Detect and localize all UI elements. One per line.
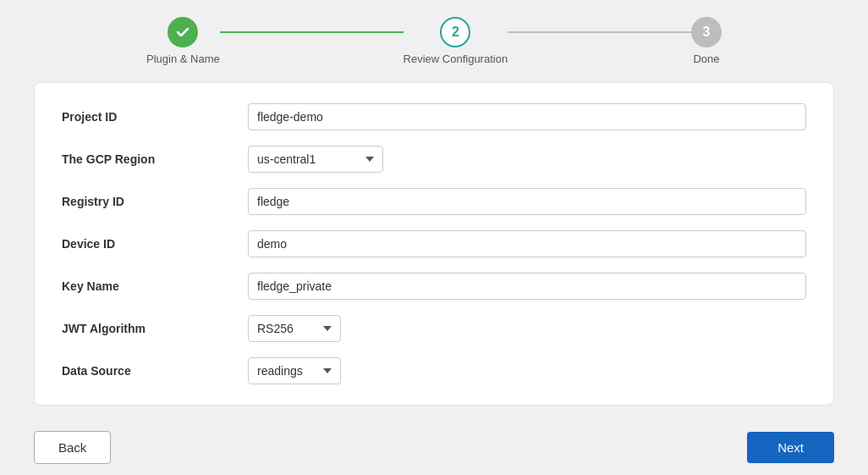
device-id-input[interactable] xyxy=(248,230,806,257)
next-button[interactable]: Next xyxy=(747,432,834,463)
gcp-region-label: The GCP Region xyxy=(62,152,248,166)
data-source-row: Data Source readings statistics xyxy=(62,357,806,384)
registry-id-row: Registry ID xyxy=(62,188,806,215)
config-card: Project ID The GCP Region us-central1 us… xyxy=(34,82,834,406)
key-name-row: Key Name xyxy=(62,273,806,300)
step-3-circle: 3 xyxy=(691,17,722,47)
jwt-algorithm-select[interactable]: RS256 ES256 xyxy=(248,315,341,342)
step-1-label: Plugin & Name xyxy=(146,52,220,65)
data-source-select[interactable]: readings statistics xyxy=(248,357,341,384)
back-button[interactable]: Back xyxy=(34,431,111,464)
step-2-circle: 2 xyxy=(440,17,470,47)
step-1: Plugin & Name xyxy=(146,17,220,65)
step-2-label: Review Configuration xyxy=(404,52,508,65)
footer: Back Next xyxy=(0,414,868,475)
step-line-1 xyxy=(220,31,404,33)
step-3-label: Done xyxy=(693,52,719,65)
stepper: Plugin & Name 2 Review Configuration 3 D… xyxy=(0,0,868,74)
step-2: 2 Review Configuration xyxy=(404,17,508,65)
jwt-algorithm-label: JWT Algorithm xyxy=(62,322,248,335)
key-name-input[interactable] xyxy=(248,273,806,300)
jwt-algorithm-row: JWT Algorithm RS256 ES256 xyxy=(62,315,806,342)
registry-id-label: Registry ID xyxy=(62,195,248,208)
device-id-label: Device ID xyxy=(62,237,248,251)
project-id-input[interactable] xyxy=(248,103,806,130)
gcp-region-row: The GCP Region us-central1 us-east1 euro… xyxy=(62,146,806,173)
key-name-label: Key Name xyxy=(62,279,248,293)
step-line-2 xyxy=(508,31,691,33)
project-id-row: Project ID xyxy=(62,103,806,130)
step-3: 3 Done xyxy=(691,17,722,65)
device-id-row: Device ID xyxy=(62,230,806,257)
project-id-label: Project ID xyxy=(62,110,248,124)
registry-id-input[interactable] xyxy=(248,188,806,215)
gcp-region-select[interactable]: us-central1 us-east1 europe-west1 xyxy=(248,146,383,173)
data-source-label: Data Source xyxy=(62,364,248,378)
step-1-circle xyxy=(168,17,198,47)
